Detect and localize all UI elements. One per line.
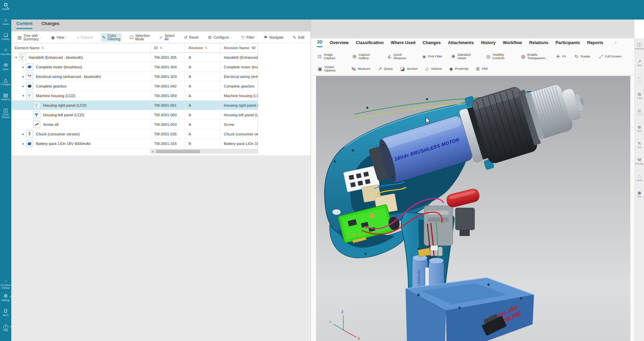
tab-classification[interactable]: Classification [356, 40, 384, 47]
reset-button[interactable]: ↺Reset [182, 34, 200, 41]
column-header-revision[interactable]: Revision⇅ [185, 43, 220, 52]
command-label: View [637, 195, 642, 198]
tabs-overflow-chevron-icon[interactable]: › [615, 40, 616, 45]
rail-item-favorites[interactable]: ☆Favorites [0, 47, 11, 62]
new-command[interactable]: ‹⊕New [635, 124, 644, 141]
panel-handle-chevron-icon[interactable]: ‹ [632, 60, 633, 63]
image-capture-button[interactable]: ⊡Image Capture [318, 53, 344, 60]
quick-measure-button[interactable]: ∡Quick Measure [387, 53, 413, 60]
tab-participants[interactable]: Participants [556, 40, 580, 47]
capture-gallery-button[interactable]: ⊞Capture Gallery [353, 53, 379, 60]
row-expand-caret-icon[interactable]: ▸ [20, 75, 26, 78]
select-all-button[interactable]: ✓Select All [158, 33, 176, 42]
copy-command[interactable]: ⧉Copy [635, 92, 644, 108]
tab-content[interactable]: Content [16, 21, 32, 29]
configure-button[interactable]: ⚙Configure⌄ [206, 34, 233, 41]
rotate-button[interactable]: ↻Rotate⌄ [575, 54, 590, 59]
tab-reports[interactable]: Reports [587, 40, 603, 47]
rail-item-home[interactable]: ⌂Home [0, 17, 11, 32]
tab-overview[interactable]: Overview [330, 40, 349, 47]
view-button[interactable]: ◉View⌄ [50, 34, 69, 41]
open-command[interactable]: ‹↗Open [635, 59, 644, 75]
paste-command[interactable]: ▣Paste [635, 108, 644, 124]
rail-item-inbox[interactable]: ✉Inbox [0, 62, 11, 77]
row-expand-caret-icon[interactable]: ▸ [20, 132, 26, 136]
sort-icon[interactable]: ⇅ [205, 46, 207, 50]
full-screen-button[interactable]: ⤢Full Screen [599, 54, 621, 60]
edit-button[interactable]: ✎Edit [291, 34, 306, 41]
rail-item-no-active-change[interactable]: ◌No active change [0, 278, 11, 293]
column-header-id[interactable]: ID⇅ [150, 43, 185, 52]
information-command[interactable]: ⓘInformation [635, 42, 644, 59]
table-row[interactable]: ▸Complete gearboxTM-3001-042AComplete ge… [11, 81, 258, 91]
row-expand-caret-icon[interactable]: ▾ [20, 94, 26, 97]
tab-changes[interactable]: Changes [41, 21, 59, 29]
visibility-controls-button[interactable]: ◎Visibility Controls⌄ [486, 53, 512, 60]
volume-button[interactable]: ◇Volume [425, 66, 441, 71]
viewer-options-button[interactable]: ▣Viewer Options [318, 65, 344, 72]
tab-relations[interactable]: Relations [529, 40, 548, 47]
edit-command[interactable]: ‹✎Edit [635, 141, 644, 157]
rail-item-settings[interactable]: ⚙Settings▸ [0, 293, 11, 308]
filter-button[interactable]: ▽Filter [240, 34, 256, 41]
measure-button[interactable]: ↹Measure [352, 66, 370, 71]
scrollbar-thumb[interactable] [156, 150, 200, 153]
scroll-left-arrow-icon[interactable]: ◂ [152, 149, 153, 154]
panel-handle-chevron-icon[interactable]: ‹ [632, 191, 633, 195]
rail-item-reports[interactable]: ▤Reports [0, 92, 11, 107]
fit-button[interactable]: ✛Fit [556, 54, 566, 59]
enable-transparent--button[interactable]: ◍Enable Transparent...⌄ [521, 53, 547, 60]
share-command[interactable]: ‹∴Share [635, 174, 644, 190]
table-row[interactable]: Housing left panel (LCD)TM-3001-060AHous… [11, 110, 258, 120]
table-row[interactable]: ▸Battery pack LiOn 18V 4000mAhTM-3001-31… [11, 139, 258, 148]
sort-icon[interactable]: ⇅ [160, 46, 162, 50]
expand-button[interactable]: »Expand [75, 34, 94, 41]
tree-with-summary-button[interactable]: ▤Tree with Summary⌄ [16, 33, 43, 42]
view-command[interactable]: ‹◉View [635, 190, 644, 207]
rail-item-help[interactable]: ?Help▸ [0, 323, 11, 338]
tab-history[interactable]: History [481, 40, 496, 47]
pick-filter-button[interactable]: ◈Pick Filter⌄ [422, 54, 442, 59]
tab-workflow[interactable]: Workflow [503, 40, 522, 47]
proximity-button[interactable]: ◆Proximity [449, 66, 468, 71]
pmi-button[interactable]: ≣PMI [476, 66, 488, 71]
row-expand-caret-icon[interactable]: ▸ [20, 65, 26, 69]
sort-icon[interactable]: ⇅ [41, 46, 44, 50]
panel-handle-chevron-icon[interactable]: ‹ [632, 142, 633, 145]
navigate-button[interactable]: ⚑Navigate [262, 34, 285, 41]
tab-attachments[interactable]: Attachments [448, 40, 474, 47]
table-settings-gear-icon[interactable]: ⚙ [252, 45, 256, 50]
row-expand-caret-icon[interactable]: ▸ [20, 84, 26, 88]
panel-handle-chevron-icon[interactable]: ‹ [632, 175, 633, 178]
query-button[interactable]: ↗Query [378, 66, 393, 71]
tab-3d[interactable]: 3D [317, 40, 323, 47]
tab-where-used[interactable]: Where Used [391, 40, 415, 47]
table-row[interactable]: ▸Electrical wiring (enhanced - bluetooth… [11, 72, 258, 81]
color-filtering-button[interactable]: ✎Color Filtering [101, 33, 122, 42]
row-expand-caret-icon[interactable]: ▾ [13, 56, 19, 59]
table-row[interactable]: Housing right panel (LCD)TM-3001-061AHou… [11, 101, 258, 110]
rail-item-alerts[interactable]: ΩAlerts [0, 308, 11, 323]
horizontal-scrollbar[interactable]: ◂ [150, 149, 258, 154]
rail-item-changes[interactable]: △Changes [0, 77, 11, 92]
rail-item-quick-access[interactable]: ◫Quick Access [0, 107, 11, 122]
panel-handle-chevron-icon[interactable]: ‹ [632, 158, 633, 162]
panel-handle-chevron-icon[interactable]: ‹ [632, 126, 633, 129]
motor-icon [26, 63, 33, 70]
3d-viewport[interactable]: 18Vdc BRUSHLESS MOTOR [316, 76, 630, 341]
table-row[interactable]: ▸Chuck (consumer version)TM-3001-035AChu… [11, 129, 258, 139]
manage-command[interactable]: ‹⚒Manage [635, 157, 644, 174]
tab-changes[interactable]: Changes [423, 40, 441, 47]
cut-command[interactable]: ✂Cut [635, 75, 644, 92]
table-row[interactable]: Screw x8TM-3001-003AScrew [11, 120, 258, 129]
row-expand-caret-icon[interactable]: ▸ [20, 142, 26, 145]
table-row[interactable]: ▸Complete motor (brushless)TM-3001-304AC… [11, 62, 258, 72]
section-button[interactable]: ◪Section [400, 66, 418, 71]
rail-item-search[interactable]: Search [0, 2, 11, 17]
selection-mode-button[interactable]: ☑Selection Mode [128, 33, 151, 42]
column-header-element-name[interactable]: Element Name⇅ [11, 43, 150, 52]
table-row[interactable]: ▾Machine housing (LCD)TM-3001-059AMachin… [11, 91, 258, 101]
standard-views-button[interactable]: ❖Standard Views⌄ [451, 53, 478, 60]
rail-item-folders[interactable]: ❏Folders [0, 32, 11, 47]
table-row[interactable]: ▾Handdrill (Enhanced - bluetooth)TM-3001… [11, 53, 258, 62]
